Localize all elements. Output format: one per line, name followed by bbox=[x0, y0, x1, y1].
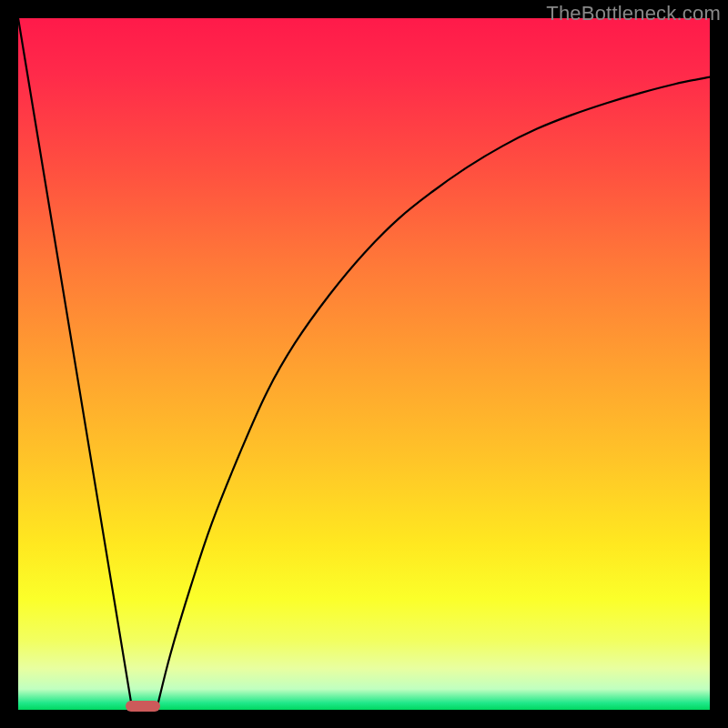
left-line-path bbox=[18, 18, 132, 710]
curve-svg bbox=[18, 18, 710, 710]
plot-area bbox=[18, 18, 710, 710]
chart-frame: TheBottleneck.com bbox=[0, 0, 728, 728]
right-curve-path bbox=[157, 77, 710, 710]
bottleneck-marker bbox=[126, 701, 160, 712]
watermark-text: TheBottleneck.com bbox=[546, 2, 721, 25]
